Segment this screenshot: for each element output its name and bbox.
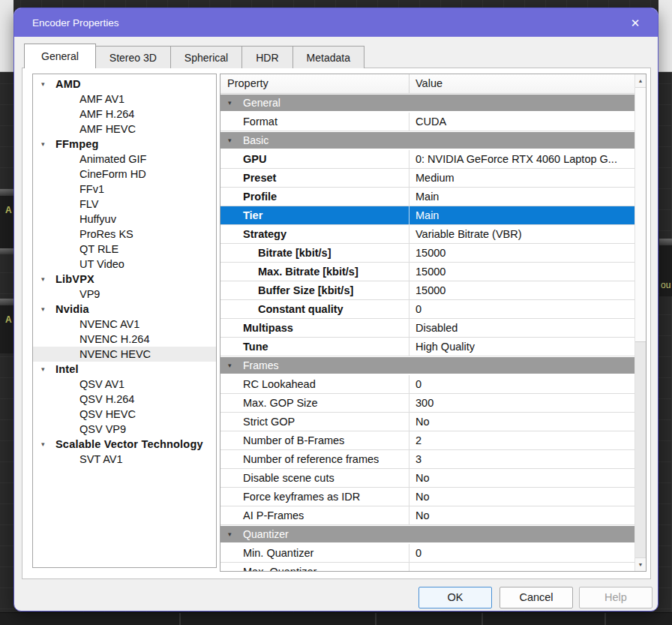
section-row-quantizer[interactable]: ▾Quantizer [220, 525, 634, 544]
tree-item-vp9[interactable]: VP9 [33, 287, 216, 302]
expand-icon[interactable]: ▾ [41, 437, 45, 452]
tree-item-qsv-vp9[interactable]: QSV VP9 [33, 422, 216, 437]
tree-item-nvenc-av1[interactable]: NVENC AV1 [33, 317, 216, 332]
section-bar[interactable]: ▾Basic [220, 132, 634, 149]
scroll-up-icon[interactable]: ▲ [635, 74, 646, 88]
expand-icon[interactable]: ▾ [41, 362, 45, 377]
tree-item-scalable-vector-technology[interactable]: ▾Scalable Vector Technology [33, 437, 216, 452]
property-row-max-bitrate-kbit-s-[interactable]: Max. Bitrate [kbit/s]15000 [220, 263, 634, 281]
property-value[interactable]: Variable Bitrate (VBR) [410, 225, 634, 243]
tree-item-nvenc-hevc[interactable]: NVENC HEVC [33, 347, 216, 362]
property-row-strict-gop[interactable]: Strict GOPNo [220, 413, 634, 431]
property-row-rc-lookahead[interactable]: RC Lookahead0 [220, 375, 634, 394]
section-bar[interactable]: ▾General [220, 95, 634, 111]
tree-item-ut-video[interactable]: UT Video [33, 257, 216, 272]
property-value[interactable]: 0 [410, 544, 634, 562]
tree-item-qsv-h-264[interactable]: QSV H.264 [33, 392, 216, 407]
property-value[interactable]: No [410, 469, 634, 487]
tab-general[interactable]: General [24, 44, 96, 68]
tab-metadata[interactable]: Metadata [292, 46, 364, 68]
property-row-min-quantizer[interactable]: Min. Quantizer0 [220, 544, 634, 563]
cancel-button[interactable]: Cancel [500, 587, 573, 608]
tree-item-qt-rle[interactable]: QT RLE [33, 242, 216, 257]
tree-item-amd[interactable]: ▾AMD [33, 77, 216, 92]
scroll-down-icon[interactable]: ▼ [635, 557, 646, 571]
property-value[interactable]: 15000 [410, 281, 634, 299]
property-value[interactable]: 0: NVIDIA GeForce RTX 4060 Laptop G... [410, 150, 634, 168]
section-bar[interactable]: ▾Quantizer [220, 526, 634, 542]
property-row-multipass[interactable]: MultipassDisabled [220, 319, 634, 338]
expand-icon[interactable]: ▾ [41, 272, 45, 287]
tree-item-animated-gif[interactable]: Animated GIF [33, 152, 216, 167]
property-row-tier[interactable]: TierMain [220, 206, 634, 225]
tree-item-prores-ks[interactable]: ProRes KS [33, 227, 216, 242]
property-value[interactable]: Main [410, 188, 634, 206]
section-row-frames[interactable]: ▾Frames [220, 356, 634, 375]
tree-item-flv[interactable]: FLV [33, 197, 216, 212]
property-value[interactable]: CUDA [410, 113, 634, 131]
ok-button[interactable]: OK [418, 587, 492, 608]
property-row-constant-quality[interactable]: Constant quality0 [220, 300, 634, 319]
tree-item-cineform-hd[interactable]: CineForm HD [33, 167, 216, 182]
property-value[interactable]: 2 [410, 431, 634, 449]
column-header-property[interactable]: Property [220, 74, 410, 93]
property-row-ai-p-frames[interactable]: AI P-FramesNo [220, 506, 634, 525]
property-row-preset[interactable]: PresetMedium [220, 169, 634, 188]
tree-item-amf-h-264[interactable]: AMF H.264 [33, 107, 216, 122]
property-row-gpu[interactable]: GPU0: NVIDIA GeForce RTX 4060 Laptop G..… [220, 150, 634, 169]
property-row-tune[interactable]: TuneHigh Quality [220, 338, 634, 356]
property-value[interactable]: 3 [410, 450, 634, 468]
collapse-icon[interactable]: ▾ [228, 526, 232, 542]
property-row-bitrate-kbit-s-[interactable]: Bitrate [kbit/s]15000 [220, 244, 634, 263]
tab-stereo-3d[interactable]: Stereo 3D [95, 46, 171, 68]
property-row-strategy[interactable]: StrategyVariable Bitrate (VBR) [220, 225, 634, 244]
property-value[interactable]: Medium [410, 169, 634, 187]
collapse-icon[interactable]: ▾ [228, 95, 232, 111]
property-value[interactable]: 300 [410, 394, 634, 412]
expand-icon[interactable]: ▾ [41, 137, 45, 152]
property-value[interactable]: Main [410, 206, 634, 224]
property-value[interactable]: No [410, 506, 634, 524]
property-value[interactable]: 15000 [410, 244, 634, 262]
tree-item-ffv1[interactable]: FFv1 [33, 182, 216, 197]
section-bar[interactable]: ▾Frames [220, 357, 634, 374]
tree-item-huffyuv[interactable]: Huffyuv [33, 212, 216, 227]
property-row-max-gop-size[interactable]: Max. GOP Size300 [220, 394, 634, 413]
tree-item-libvpx[interactable]: ▾LibVPX [33, 272, 216, 287]
tab-spherical[interactable]: Spherical [170, 46, 242, 68]
property-value[interactable]: 15000 [410, 263, 634, 281]
collapse-icon[interactable]: ▾ [228, 132, 232, 149]
grid-header[interactable]: Property Value [220, 74, 634, 94]
vertical-scrollbar[interactable]: ▲ ▼ [634, 74, 646, 571]
section-row-general[interactable]: ▾General [220, 94, 634, 113]
tree-item-ffmpeg[interactable]: ▾FFmpeg [33, 137, 216, 152]
tree-item-qsv-av1[interactable]: QSV AV1 [33, 377, 216, 392]
tree-item-intel[interactable]: ▾Intel [33, 362, 216, 377]
column-header-value[interactable]: Value [410, 74, 634, 93]
property-row-number-of-b-frames[interactable]: Number of B-Frames2 [220, 431, 634, 450]
tree-item-amf-hevc[interactable]: AMF HEVC [33, 122, 216, 137]
section-row-basic[interactable]: ▾Basic [220, 131, 634, 150]
expand-icon[interactable]: ▾ [41, 302, 45, 317]
tree-item-svt-av1[interactable]: SVT AV1 [33, 452, 216, 467]
property-value[interactable]: No [410, 488, 634, 506]
property-row-force-keyframes-as-idr[interactable]: Force keyframes as IDRNo [220, 488, 634, 506]
scrollbar-thumb[interactable] [635, 88, 646, 342]
encoder-tree[interactable]: ▾AMDAMF AV1AMF H.264AMF HEVC▾FFmpegAnima… [32, 74, 217, 568]
property-row-buffer-size-kbit-s-[interactable]: Buffer Size [kbit/s]15000 [220, 281, 634, 300]
expand-icon[interactable]: ▾ [41, 77, 45, 92]
property-value[interactable]: No [410, 413, 634, 431]
property-row-format[interactable]: FormatCUDA [220, 113, 634, 131]
tree-item-amf-av1[interactable]: AMF AV1 [33, 92, 216, 107]
property-value[interactable]: Disabled [410, 319, 634, 337]
property-value[interactable] [410, 563, 634, 571]
dialog-titlebar[interactable]: Encoder Properties ✕ [14, 8, 658, 37]
tree-item-qsv-hevc[interactable]: QSV HEVC [33, 407, 216, 422]
property-value[interactable]: High Quality [410, 338, 634, 356]
property-row-max-quantizer[interactable]: Max. Quantizer [220, 563, 634, 571]
tree-item-nvidia[interactable]: ▾Nvidia [33, 302, 216, 317]
close-icon[interactable]: ✕ [626, 14, 644, 32]
property-row-number-of-reference-frames[interactable]: Number of reference frames3 [220, 450, 634, 469]
help-button[interactable]: Help [579, 587, 652, 608]
property-value[interactable]: 0 [410, 375, 634, 393]
